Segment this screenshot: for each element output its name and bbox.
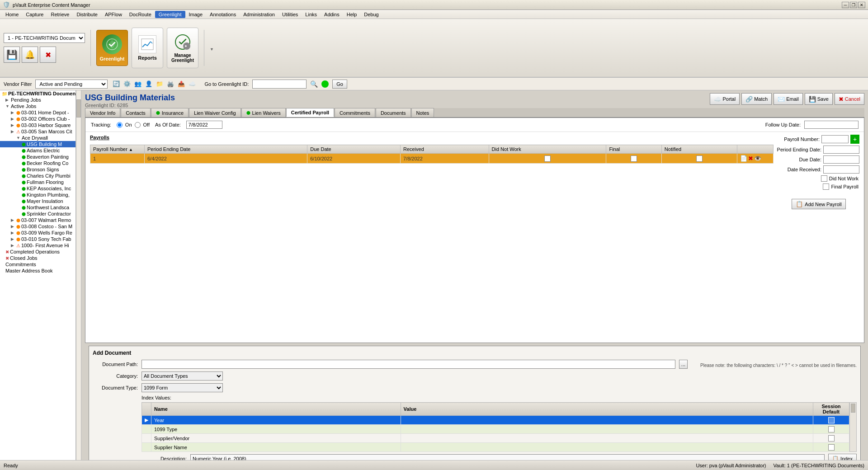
value-1099[interactable] <box>401 425 813 434</box>
reports-toolbar-button[interactable]: Reports <box>132 28 163 68</box>
col-due-date[interactable]: Due Date <box>307 145 401 154</box>
tab-notes[interactable]: Notes <box>411 108 434 117</box>
match-button[interactable]: 🔗 Match <box>741 93 772 105</box>
sidebar-item-adams[interactable]: ⬤ Adams Electric <box>0 147 75 154</box>
col-received[interactable]: Received <box>401 145 489 154</box>
close-button[interactable]: ✖ <box>40 47 56 63</box>
col-name[interactable]: Name <box>151 403 401 416</box>
browse-button[interactable]: ... <box>679 360 688 369</box>
cancel-button[interactable]: ✖ Cancel <box>835 93 864 105</box>
menu-item-retrieve[interactable]: Retrieve <box>47 11 73 18</box>
form-date-received-input[interactable] <box>823 165 859 174</box>
col-notified[interactable]: Notified <box>661 145 737 154</box>
index-row-supplier-name[interactable]: Supplier Name <box>142 443 849 452</box>
sidebar-item-kep[interactable]: ⬤ KEP Associates, Inc <box>0 185 75 192</box>
sidebar-item-bronson[interactable]: ⬤ Bronson Signs <box>0 166 75 173</box>
sidebar-item-03003[interactable]: ▶ ⬤ 03-003 Harbor Square <box>0 122 75 128</box>
print-icon[interactable]: 🖨️ <box>165 79 175 89</box>
doc-type-select[interactable]: 1099 Form <box>142 383 223 392</box>
tab-vendor-info[interactable]: Vendor Info <box>85 108 120 117</box>
sidebar-item-becker[interactable]: ⬤ Becker Roofing Co <box>0 160 75 166</box>
menu-item-administration[interactable]: Administration <box>240 11 278 18</box>
sidebar-item-03007[interactable]: ▶ ⬤ 03-007 Walmart Remo <box>0 217 75 223</box>
col-period-ending[interactable]: Period Ending Date <box>145 145 307 154</box>
save-button[interactable]: 💾 Save <box>805 93 833 105</box>
menu-item-debug[interactable]: Debug <box>360 11 382 18</box>
menu-item-image[interactable]: Image <box>185 11 207 18</box>
cloud-icon[interactable]: ☁️ <box>187 79 197 89</box>
search-people-icon[interactable]: 👥 <box>133 79 143 89</box>
value-year-input[interactable] <box>404 418 810 423</box>
session-year-checkbox[interactable] <box>828 417 835 423</box>
notified-checkbox[interactable] <box>696 155 703 162</box>
form-did-not-work-checkbox[interactable] <box>821 175 827 182</box>
view-row-button[interactable]: 👁️ <box>754 155 761 162</box>
manage-greenlight-toolbar-button[interactable]: Manage Greenlight <box>167 28 198 68</box>
save-quick-button[interactable]: 💾 <box>4 47 20 63</box>
sidebar-scrollbar[interactable] <box>76 90 81 470</box>
refresh-icon[interactable]: 🔄 <box>111 79 121 89</box>
index-row-supplier-vendor[interactable]: Supplier/Vendor <box>142 434 849 443</box>
sidebar-item-active-jobs[interactable]: ▼ Active Jobs <box>0 103 75 109</box>
final-checkbox[interactable] <box>631 155 637 162</box>
sidebar-item-commitments[interactable]: Commitments <box>0 261 75 268</box>
form-due-date-input[interactable] <box>823 155 859 164</box>
did-not-work-checkbox[interactable] <box>544 155 551 162</box>
menu-item-help[interactable]: Help <box>343 11 361 18</box>
doc-path-input[interactable] <box>142 360 675 369</box>
menu-item-home[interactable]: Home <box>2 11 22 18</box>
tab-commitments[interactable]: Commitments <box>335 108 375 117</box>
form-add-payroll-num-button[interactable]: + <box>850 135 859 144</box>
bell-button[interactable]: 🔔 <box>22 47 38 63</box>
index-table-scrollbar[interactable] <box>849 402 857 452</box>
form-payroll-number-input[interactable] <box>821 135 849 143</box>
value-supplier-vendor-input[interactable] <box>404 436 810 441</box>
menu-item-addins[interactable]: Addins <box>321 11 343 18</box>
add-new-payroll-button[interactable]: 📋 Add New Payroll <box>792 199 845 209</box>
table-row[interactable]: 1 6/4/2022 6/10/2022 7/8/2022 <box>90 154 774 164</box>
menu-item-greenlight[interactable]: Greenlight <box>155 11 185 18</box>
menu-item-apflow[interactable]: APFlow <box>101 11 126 18</box>
sidebar-item-charles[interactable]: ⬤ Charles City Plumbi <box>0 173 75 179</box>
portal-button[interactable]: ☁️ Portal <box>710 93 740 105</box>
value-supplier-vendor[interactable] <box>401 434 813 443</box>
sidebar-item-03001[interactable]: ▶ ⬤ 03-001 Home Depot - <box>0 109 75 116</box>
search-icon[interactable]: 🔍 <box>310 80 318 88</box>
tab-contacts[interactable]: Contacts <box>121 108 150 117</box>
tracking-on-radio[interactable] <box>117 122 123 128</box>
go-button[interactable]: Go <box>332 80 347 89</box>
sidebar-item-03008[interactable]: ▶ ⬤ 03-008 Costco - San M <box>0 223 75 230</box>
value-1099-input[interactable] <box>404 427 810 432</box>
edit-row-button[interactable]: 📄 <box>740 155 747 162</box>
menu-item-annotations[interactable]: Annotations <box>206 11 240 18</box>
close-button[interactable]: ✕ <box>858 2 865 8</box>
sidebar-root[interactable]: 📁 PE-TECHWRITING Documents <box>0 90 75 97</box>
sidebar-item-1000[interactable]: ▶ ⚠ 1000- First Avenue Hi <box>0 242 75 249</box>
col-did-not-work[interactable]: Did Not Work <box>489 145 606 154</box>
session-supplier-name-checkbox[interactable] <box>828 444 835 451</box>
col-session-default[interactable]: Session Default <box>813 403 849 416</box>
session-supplier-vendor-checkbox[interactable] <box>828 435 835 442</box>
delete-row-button[interactable]: ✖ <box>748 155 753 162</box>
status-dropdown[interactable]: Active and Pending <box>35 80 108 89</box>
sidebar-item-sprinkler[interactable]: ⬤ Sprinkler Contractor <box>0 211 75 217</box>
session-1099-checkbox[interactable] <box>828 426 835 432</box>
sidebar-item-completed[interactable]: ✖ Completed Operations <box>0 249 75 255</box>
goto-input[interactable] <box>252 80 307 89</box>
sidebar-item-closed[interactable]: ✖ Closed Jobs <box>0 255 75 261</box>
as-of-date-input[interactable] <box>186 121 222 129</box>
col-value[interactable]: Value <box>401 403 813 416</box>
index-row-year[interactable]: ▶ Year <box>142 416 849 425</box>
restore-button[interactable]: ❐ <box>850 2 857 8</box>
col-payroll-number[interactable]: Payroll Number ▲ <box>90 145 145 154</box>
minimize-button[interactable]: ─ <box>842 2 849 8</box>
form-final-payroll-checkbox[interactable] <box>823 183 829 190</box>
sidebar-item-northwest[interactable]: ⬤ Northwest Landsca <box>0 204 75 211</box>
person-icon[interactable]: 👤 <box>144 79 154 89</box>
sidebar-item-usg-building[interactable]: ⬤ USG Building M <box>0 141 75 147</box>
sidebar-item-03009[interactable]: ▶ ⬤ 03-009 Wells Fargo Re <box>0 230 75 236</box>
value-year[interactable] <box>401 416 813 425</box>
tab-certified-payroll[interactable]: Certified Payroll <box>286 108 334 117</box>
email-button[interactable]: ✉️ Email <box>774 93 803 105</box>
menu-item-utilities[interactable]: Utilities <box>278 11 302 18</box>
